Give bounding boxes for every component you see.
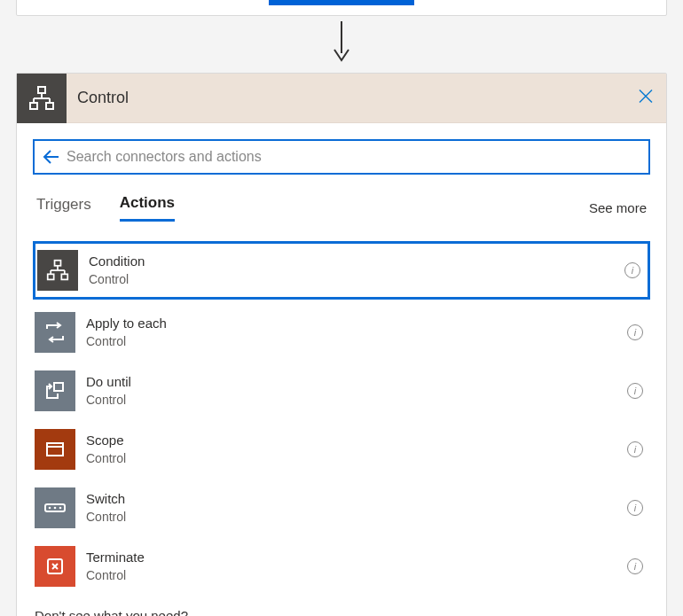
- action-item-loop[interactable]: Apply to eachControli: [33, 303, 650, 362]
- terminate-icon: [35, 546, 75, 587]
- back-arrow-icon[interactable]: [42, 147, 61, 167]
- action-text: SwitchControl: [86, 490, 126, 525]
- info-icon[interactable]: i: [627, 558, 643, 574]
- action-subtitle: Control: [86, 450, 126, 467]
- search-input[interactable]: [67, 149, 641, 165]
- action-text: Do untilControl: [86, 373, 131, 408]
- panel-title: Control: [77, 89, 129, 107]
- tab-triggers[interactable]: Triggers: [36, 196, 91, 221]
- info-icon[interactable]: i: [627, 383, 643, 399]
- svg-rect-19: [47, 443, 63, 456]
- tab-actions[interactable]: Actions: [120, 194, 175, 222]
- top-card: Edit Trigger Region: [16, 0, 667, 16]
- action-item-scope[interactable]: ScopeControli: [33, 420, 650, 479]
- info-icon[interactable]: i: [624, 262, 640, 278]
- svg-rect-7: [46, 103, 53, 109]
- loop-icon: [35, 312, 75, 353]
- svg-point-24: [59, 507, 62, 510]
- action-text: TerminateControl: [86, 549, 145, 583]
- info-icon[interactable]: i: [627, 324, 643, 340]
- action-text: ConditionControl: [89, 253, 145, 287]
- choose-action-panel: Control Triggers Actions See more Condit…: [16, 73, 667, 616]
- switch-icon: [35, 487, 75, 528]
- do-until-icon: [35, 370, 75, 411]
- action-item-terminate[interactable]: TerminateControli: [33, 537, 650, 596]
- action-title: Apply to each: [86, 315, 167, 332]
- svg-rect-17: [61, 274, 67, 279]
- action-subtitle: Control: [89, 271, 145, 288]
- action-subtitle: Control: [86, 392, 131, 409]
- scope-icon: [35, 429, 75, 470]
- tabs-row: Triggers Actions See more: [33, 194, 650, 222]
- action-title: Do until: [86, 373, 131, 391]
- action-subtitle: Control: [86, 333, 167, 350]
- close-button[interactable]: [638, 88, 654, 108]
- action-title: Switch: [86, 490, 126, 508]
- panel-header: Control: [17, 74, 666, 123]
- svg-rect-16: [48, 274, 54, 279]
- see-more-link[interactable]: See more: [589, 200, 647, 215]
- action-subtitle: Control: [86, 567, 145, 584]
- footer-text: Don't see what you need?: [33, 608, 650, 616]
- action-item-switch[interactable]: SwitchControli: [33, 479, 650, 537]
- action-title: Scope: [86, 432, 126, 449]
- action-title: Condition: [89, 253, 145, 270]
- action-text: Apply to eachControl: [86, 315, 167, 349]
- svg-rect-18: [54, 383, 63, 391]
- flow-arrow: [16, 16, 667, 73]
- svg-point-22: [49, 507, 51, 510]
- svg-point-23: [54, 507, 57, 510]
- action-subtitle: Control: [86, 509, 126, 526]
- info-icon[interactable]: i: [627, 500, 643, 516]
- action-item-do-until[interactable]: Do untilControli: [33, 362, 650, 420]
- action-list: ConditionControliApply to eachControliDo…: [33, 241, 650, 596]
- action-title: Terminate: [86, 549, 145, 566]
- action-item-condition[interactable]: ConditionControli: [33, 241, 650, 300]
- control-connector-icon: [17, 74, 67, 123]
- action-text: ScopeControl: [86, 432, 126, 466]
- search-box[interactable]: [33, 139, 650, 175]
- edit-trigger-region-button[interactable]: Edit Trigger Region: [269, 0, 414, 5]
- condition-icon: [37, 250, 78, 291]
- close-icon: [638, 88, 654, 108]
- svg-rect-6: [30, 103, 37, 109]
- info-icon[interactable]: i: [627, 441, 643, 457]
- svg-rect-1: [38, 87, 45, 93]
- svg-rect-11: [55, 261, 61, 266]
